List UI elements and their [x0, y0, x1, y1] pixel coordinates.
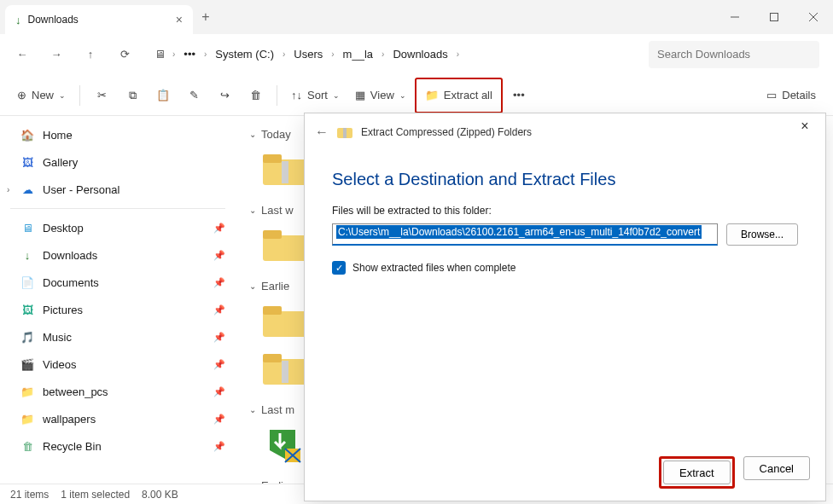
zip-icon: [337, 126, 352, 138]
rename-button[interactable]: ✎: [179, 81, 208, 110]
svg-rect-8: [263, 230, 282, 239]
new-button[interactable]: ⊕ New ⌄: [10, 81, 73, 110]
extract-button[interactable]: Extract: [663, 461, 730, 484]
chevron-down-icon: ⌄: [249, 130, 256, 139]
dialog-close-button[interactable]: ×: [791, 119, 818, 134]
minimize-button[interactable]: [715, 0, 754, 34]
back-icon[interactable]: ←: [315, 125, 329, 140]
new-tab-button[interactable]: +: [193, 9, 218, 25]
details-button[interactable]: ▭ Details: [760, 81, 823, 110]
copy-button[interactable]: ⧉: [118, 81, 147, 110]
close-button[interactable]: [794, 0, 833, 34]
pin-icon: 📌: [213, 386, 225, 397]
sort-button[interactable]: ↑↓ Sort ⌄: [284, 81, 347, 110]
more-button[interactable]: •••: [504, 81, 533, 110]
chevron-down-icon: ⌄: [249, 405, 256, 414]
folder-icon: 📁: [20, 412, 34, 426]
zip-folder-icon[interactable]: [259, 349, 311, 388]
svg-rect-6: [282, 161, 288, 183]
documents-icon: 📄: [20, 275, 34, 289]
selection-size: 8.00 KB: [142, 489, 178, 501]
svg-rect-5: [263, 154, 282, 163]
svg-rect-12: [263, 354, 282, 362]
folder-icon[interactable]: [259, 301, 311, 340]
sidebar-item-home[interactable]: 🏠Home: [0, 121, 236, 148]
sidebar-item-folder[interactable]: 📁wallpapers📌: [0, 405, 236, 432]
breadcrumb-item[interactable]: m__la: [338, 44, 378, 64]
breadcrumb-item[interactable]: System (C:): [210, 44, 279, 64]
sidebar-item-recycle[interactable]: 🗑Recycle Bin📌: [0, 432, 236, 460]
sidebar-label: User - Personal: [43, 183, 119, 196]
close-tab-icon[interactable]: ×: [176, 13, 183, 26]
sidebar-item-videos[interactable]: 🎬Videos📌: [0, 350, 236, 378]
sidebar-label: Home: [43, 129, 73, 142]
sidebar-item-pictures[interactable]: 🖼Pictures📌: [0, 296, 236, 323]
sort-icon: ↑↓: [291, 89, 302, 101]
sidebar-label: Gallery: [43, 156, 78, 169]
sidebar-label: Recycle Bin: [43, 440, 102, 453]
sidebar-item-folder[interactable]: 📁between_pcs📌: [0, 378, 236, 405]
show-files-checkbox[interactable]: ✓ Show extracted files when complete: [332, 261, 798, 275]
group-label: Last m: [261, 403, 294, 416]
cut-button[interactable]: ✂: [87, 81, 116, 110]
checkbox-checked-icon: ✓: [332, 261, 346, 275]
folder-icon[interactable]: [259, 225, 311, 264]
sidebar-item-user[interactable]: ›☁User - Personal: [0, 176, 236, 203]
nav-forward-button[interactable]: →: [41, 39, 72, 70]
sidebar-item-documents[interactable]: 📄Documents📌: [0, 269, 236, 296]
view-icon: ▦: [355, 89, 365, 101]
window-tab[interactable]: ↓ Downloads ×: [5, 5, 193, 34]
nav-back-button[interactable]: ←: [7, 39, 38, 70]
selection-info: 1 item selected: [61, 489, 130, 501]
share-button[interactable]: ↪: [210, 81, 239, 110]
add-icon: ⊕: [17, 89, 26, 101]
downloads-icon: ↓: [20, 248, 34, 262]
navbar: ← → ↑ ⟳ 🖥 › ••• › System (C:) › Users › …: [0, 34, 833, 75]
separator: [277, 85, 277, 106]
pc-icon: 🖥: [150, 39, 169, 70]
chevron-down-icon: ⌄: [333, 91, 340, 100]
nav-refresh-button[interactable]: ⟳: [109, 39, 140, 70]
extract-all-button[interactable]: 📁 Extract all: [418, 81, 499, 110]
paste-button[interactable]: 📋: [149, 81, 178, 110]
highlight-extract: Extract: [659, 456, 734, 489]
separator: [10, 208, 225, 209]
chevron-right-icon: ›: [331, 49, 334, 59]
sidebar-item-desktop[interactable]: 🖥Desktop📌: [0, 214, 236, 241]
maximize-button[interactable]: [754, 0, 794, 34]
delete-button[interactable]: 🗑: [241, 81, 270, 110]
group-label: Earlie: [261, 280, 289, 293]
breadcrumb-overflow[interactable]: •••: [178, 44, 201, 64]
nav-up-button[interactable]: ↑: [75, 39, 106, 70]
sidebar-item-downloads[interactable]: ↓Downloads📌: [0, 241, 236, 269]
videos-icon: 🎬: [20, 357, 34, 371]
gallery-icon: 🖼: [20, 155, 34, 169]
sidebar-item-gallery[interactable]: 🖼Gallery: [0, 148, 236, 176]
chevron-right-icon[interactable]: ›: [7, 185, 9, 194]
search-input[interactable]: [649, 41, 819, 68]
cancel-button[interactable]: Cancel: [743, 456, 810, 480]
browse-button[interactable]: Browse...: [726, 223, 798, 246]
chevron-down-icon: ⌄: [399, 91, 406, 100]
zip-folder-icon[interactable]: [259, 149, 311, 188]
sidebar-label: Pictures: [43, 304, 83, 316]
chevron-right-icon: ›: [283, 49, 285, 59]
dialog-footer: Extract Cancel: [305, 444, 825, 501]
new-label: New: [32, 89, 54, 101]
pin-icon: 📌: [213, 441, 225, 452]
installer-icon[interactable]: [259, 425, 311, 464]
view-button[interactable]: ▦ View ⌄: [348, 81, 413, 110]
sidebar: 🏠Home 🖼Gallery ›☁User - Personal 🖥Deskto…: [0, 116, 236, 484]
breadcrumb[interactable]: 🖥 › ••• › System (C:) › Users › m__la › …: [143, 40, 645, 69]
dialog-heading: Select a Destination and Extract Files: [332, 170, 798, 189]
sidebar-item-music[interactable]: 🎵Music📌: [0, 323, 236, 350]
breadcrumb-item[interactable]: Users: [288, 44, 328, 64]
recycle-icon: 🗑: [20, 439, 34, 453]
sidebar-label: Documents: [43, 276, 99, 289]
svg-rect-7: [263, 235, 307, 261]
dialog-body: Select a Destination and Extract Files F…: [305, 151, 825, 444]
destination-input[interactable]: C:\Users\m__la\Downloads\26100.2161_arm6…: [332, 223, 718, 246]
breadcrumb-item[interactable]: Downloads: [387, 44, 452, 64]
titlebar: ↓ Downloads × +: [0, 0, 833, 34]
chevron-down-icon: ⌄: [59, 91, 66, 100]
